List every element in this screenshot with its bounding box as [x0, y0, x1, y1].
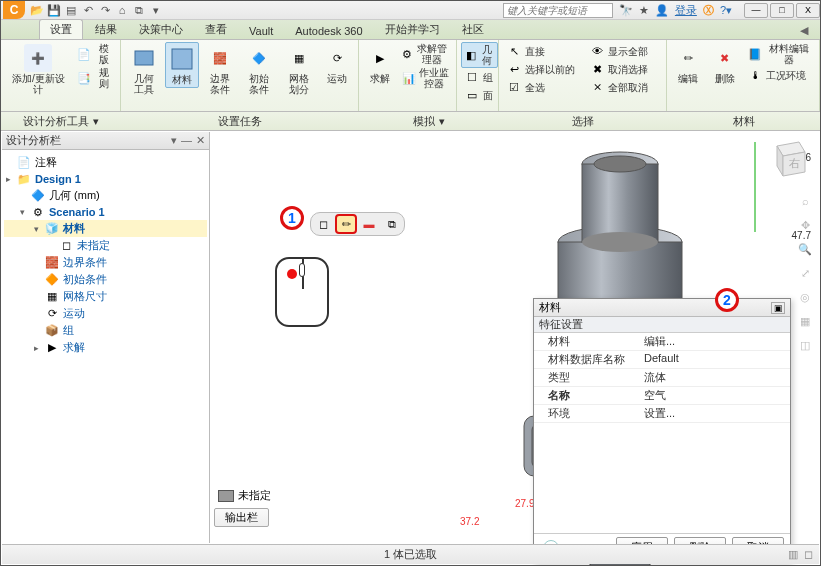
- nav-fit-icon[interactable]: ⤢: [796, 264, 814, 282]
- tab-community[interactable]: 社区: [452, 20, 494, 39]
- qat-open-icon[interactable]: 📂: [29, 2, 45, 18]
- add-update-design-button[interactable]: ➕添加/更新设计: [5, 42, 72, 97]
- user-icon[interactable]: 👤: [655, 3, 669, 18]
- ctx-remove-button[interactable]: ▬: [358, 214, 380, 234]
- select-face-button[interactable]: ▭面: [461, 86, 498, 104]
- select-previous-button[interactable]: ↩选择以前的: [503, 60, 578, 78]
- pane-pin-icon[interactable]: —: [181, 134, 192, 147]
- qat-save-icon[interactable]: 💾: [46, 2, 62, 18]
- tree-geometry[interactable]: 🔷几何 (mm): [4, 187, 207, 204]
- nav-tool7-icon[interactable]: ◫: [796, 336, 814, 354]
- ribbon-collapse-icon[interactable]: ◀: [794, 22, 814, 39]
- tab-view[interactable]: 查看: [195, 20, 237, 39]
- status-icon1[interactable]: ▥: [788, 548, 798, 561]
- geometry-tools-button[interactable]: 几何工具: [125, 42, 163, 97]
- template-button[interactable]: 📄模版: [74, 42, 116, 66]
- material-editor-button[interactable]: 📘材料编辑器: [744, 42, 815, 66]
- tree-ic[interactable]: 🔶初始条件: [4, 271, 207, 288]
- tree-design[interactable]: ▸📁Design 1: [4, 171, 207, 187]
- prop-key-4: 环境: [534, 406, 644, 421]
- environment-button[interactable]: 🌡工况环境: [744, 66, 815, 84]
- tab-decision[interactable]: 决策中心: [129, 20, 193, 39]
- group-label-tools[interactable]: 设计分析工具 ▾: [1, 114, 121, 129]
- tree-mesh[interactable]: ▦网格尺寸: [4, 288, 207, 305]
- pane-close-icon[interactable]: ✕: [196, 134, 205, 147]
- help-icon[interactable]: ?▾: [720, 3, 732, 18]
- motion-button[interactable]: ⟳运动: [320, 42, 354, 86]
- x-badge-icon[interactable]: Ⓧ: [703, 3, 714, 18]
- tree-notes[interactable]: 📄注释: [4, 154, 207, 171]
- view-cube[interactable]: 右: [767, 138, 809, 180]
- tree-unassigned[interactable]: ◻未指定: [4, 237, 207, 254]
- tab-setup[interactable]: 设置: [39, 19, 83, 39]
- group-label-tasks: 设置任务: [121, 114, 359, 129]
- app-menu-icon[interactable]: C: [3, 1, 25, 19]
- job-monitor-button[interactable]: 📊作业监控器: [399, 66, 452, 90]
- tree-motion[interactable]: ⟳运动: [4, 305, 207, 322]
- prop-val-3[interactable]: 空气: [644, 388, 790, 403]
- design-tree[interactable]: 📄注释 ▸📁Design 1 🔷几何 (mm) ▾⚙Scenario 1 ▾🧊材…: [2, 150, 209, 543]
- edit-material-button[interactable]: ✏编辑: [671, 42, 706, 86]
- login-link[interactable]: 登录: [675, 3, 697, 18]
- star-icon[interactable]: ★: [639, 3, 649, 18]
- svg-point-8: [582, 232, 658, 252]
- popup-title-bar[interactable]: 材料 ▣: [534, 299, 790, 317]
- deselect-all-button[interactable]: ⨯全部取消: [586, 78, 651, 96]
- tree-groups[interactable]: 📦组: [4, 322, 207, 339]
- mesh-button[interactable]: ▦网格划分: [280, 42, 318, 97]
- tree-scenario[interactable]: ▾⚙Scenario 1: [4, 204, 207, 220]
- rules-button[interactable]: 📑规则: [74, 66, 116, 90]
- maximize-button[interactable]: □: [770, 3, 794, 18]
- initial-conditions-button[interactable]: 🔷初始条件: [241, 42, 279, 97]
- qat-saveall-icon[interactable]: ▤: [63, 2, 79, 18]
- prop-val-1[interactable]: Default: [644, 352, 790, 367]
- tree-solve[interactable]: ▸▶求解: [4, 339, 207, 356]
- show-all-button[interactable]: 👁显示全部: [586, 42, 651, 60]
- select-all-button[interactable]: ☑全选: [503, 78, 578, 96]
- search-input[interactable]: [503, 3, 613, 18]
- tab-a360[interactable]: Autodesk 360: [285, 23, 372, 39]
- pane-header: 设计分析栏 ▾—✕: [2, 132, 209, 150]
- qat-btn-icon[interactable]: ⌂: [114, 2, 130, 18]
- qat-btn2-icon[interactable]: ⧉: [131, 2, 147, 18]
- close-button[interactable]: X: [796, 3, 820, 18]
- ctx-btn1[interactable]: ◻: [312, 214, 334, 234]
- ctx-edit-button[interactable]: ✏: [335, 214, 357, 234]
- output-bar-button[interactable]: 输出栏: [214, 508, 269, 527]
- prop-val-4[interactable]: 设置...: [644, 406, 790, 421]
- tree-material[interactable]: ▾🧊材料: [4, 220, 207, 237]
- tree-bc[interactable]: 🧱边界条件: [4, 254, 207, 271]
- boundary-conditions-button[interactable]: 🧱边界条件: [201, 42, 239, 97]
- tab-getstarted[interactable]: 开始并学习: [375, 20, 450, 39]
- ctx-more-button[interactable]: ⧉: [381, 214, 403, 234]
- binoculars-icon[interactable]: 🔭: [619, 3, 633, 18]
- pane-menu-icon[interactable]: ▾: [171, 134, 177, 147]
- popup-close-icon[interactable]: ▣: [771, 302, 785, 314]
- nav-pan-icon[interactable]: ✥: [796, 216, 814, 234]
- materials-button[interactable]: 材料: [165, 42, 199, 88]
- nav-orbit-icon[interactable]: ⌕: [796, 192, 814, 210]
- nav-zoom-icon[interactable]: 🔍: [796, 240, 814, 258]
- tab-results[interactable]: 结果: [85, 20, 127, 39]
- qat-redo-icon[interactable]: ↷: [97, 2, 113, 18]
- qat-drop-icon[interactable]: ▾: [148, 2, 164, 18]
- minimize-button[interactable]: —: [744, 3, 768, 18]
- qat-undo-icon[interactable]: ↶: [80, 2, 96, 18]
- select-direct-button[interactable]: ↖直接: [503, 42, 578, 60]
- svg-rect-7: [582, 164, 658, 242]
- prop-key-2: 类型: [534, 370, 644, 385]
- solve-button[interactable]: ▶求解: [363, 42, 397, 86]
- nav-tool5-icon[interactable]: ◎: [796, 288, 814, 306]
- prop-val-2[interactable]: 流体: [644, 370, 790, 385]
- select-group-button[interactable]: ☐组: [461, 68, 498, 86]
- ribbon-tabs: 设置 结果 决策中心 查看 Vault Autodesk 360 开始并学习 社…: [1, 20, 820, 40]
- solver-manager-button[interactable]: ⚙求解管理器: [399, 42, 452, 66]
- viewport[interactable]: ✕ 63.6 47.7 27.9 37.2 ◻ ✏ ▬ ⧉ 1 未指定 输出栏 …: [210, 132, 819, 543]
- deselect-button[interactable]: ✖取消选择: [586, 60, 651, 78]
- status-icon2[interactable]: ◻: [804, 548, 813, 561]
- tab-vault[interactable]: Vault: [239, 23, 283, 39]
- prop-val-0[interactable]: 编辑...: [644, 334, 790, 349]
- nav-tool6-icon[interactable]: ▦: [796, 312, 814, 330]
- select-body-button[interactable]: ◧几何: [461, 42, 498, 68]
- delete-material-button[interactable]: ✖删除: [708, 42, 743, 86]
